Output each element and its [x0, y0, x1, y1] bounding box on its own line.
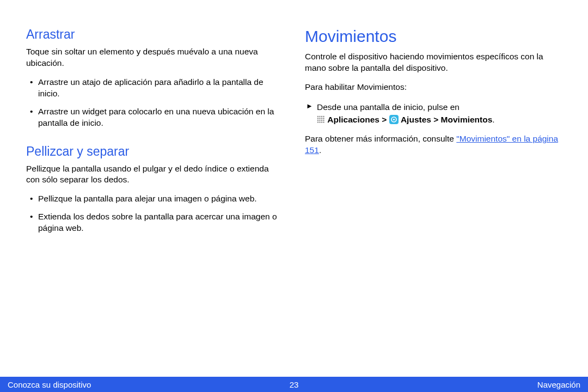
step-item: Desde una pantalla de inicio, pulse en A…: [305, 101, 562, 126]
drag-list: Arrastre un atajo de aplicación para aña…: [26, 77, 283, 129]
settings-icon: [389, 115, 399, 124]
enable-label: Para habilitar Movimientos:: [305, 82, 562, 93]
svg-point-6: [321, 118, 322, 119]
svg-point-7: [323, 118, 324, 119]
settings-label: Ajustes > Movimientos: [401, 115, 492, 124]
svg-point-13: [319, 122, 320, 123]
apps-grid-icon: [317, 115, 325, 124]
pinch-intro: Pellizque la pantalla usando el pulgar y…: [26, 163, 283, 186]
svg-point-18: [393, 119, 395, 120]
more-info: Para obtener más información, consulte "…: [305, 133, 562, 156]
motion-intro: Controle el dispositivo haciendo movimie…: [305, 51, 562, 74]
left-column: Arrastrar Toque sin soltar un elemento y…: [26, 27, 283, 249]
svg-point-12: [317, 122, 318, 123]
footer-left: Conozca su dispositivo: [8, 380, 199, 389]
list-item: Pellizque la pantalla para alejar una im…: [26, 193, 283, 205]
footer-page-number: 23: [199, 380, 390, 389]
svg-point-11: [323, 120, 324, 121]
svg-point-1: [319, 116, 320, 117]
svg-point-4: [317, 118, 318, 119]
svg-point-14: [321, 122, 322, 123]
page-content: Arrastrar Toque sin soltar un elemento y…: [0, 0, 588, 249]
drag-intro: Toque sin soltar un elemento y después m…: [26, 46, 283, 69]
svg-point-8: [317, 120, 318, 121]
pinch-list: Pellizque la pantalla para alejar una im…: [26, 193, 283, 234]
heading-drag: Arrastrar: [26, 27, 283, 42]
step-prefix: Desde una pantalla de inicio, pulse en: [317, 102, 460, 112]
heading-pinch: Pellizcar y separar: [26, 144, 283, 159]
svg-point-5: [319, 118, 320, 119]
svg-point-3: [323, 116, 324, 117]
footer-right: Navegación: [389, 380, 580, 389]
svg-point-0: [317, 116, 318, 117]
heading-motion: Movimientos: [305, 27, 562, 46]
list-item: Arrastre un widget para colocarlo en una…: [26, 106, 283, 129]
list-item: Extienda los dedos sobre la pantalla par…: [26, 211, 283, 234]
list-item: Arrastre un atajo de aplicación para aña…: [26, 77, 283, 100]
more-info-prefix: Para obtener más información, consulte: [305, 134, 456, 143]
svg-point-2: [321, 116, 322, 117]
svg-point-9: [319, 120, 320, 121]
right-column: Movimientos Controle el dispositivo haci…: [305, 27, 562, 249]
svg-point-10: [321, 120, 322, 121]
page-footer: Conozca su dispositivo 23 Navegación: [0, 377, 588, 392]
apps-label: Aplicaciones >: [327, 115, 387, 124]
svg-point-15: [323, 122, 324, 123]
